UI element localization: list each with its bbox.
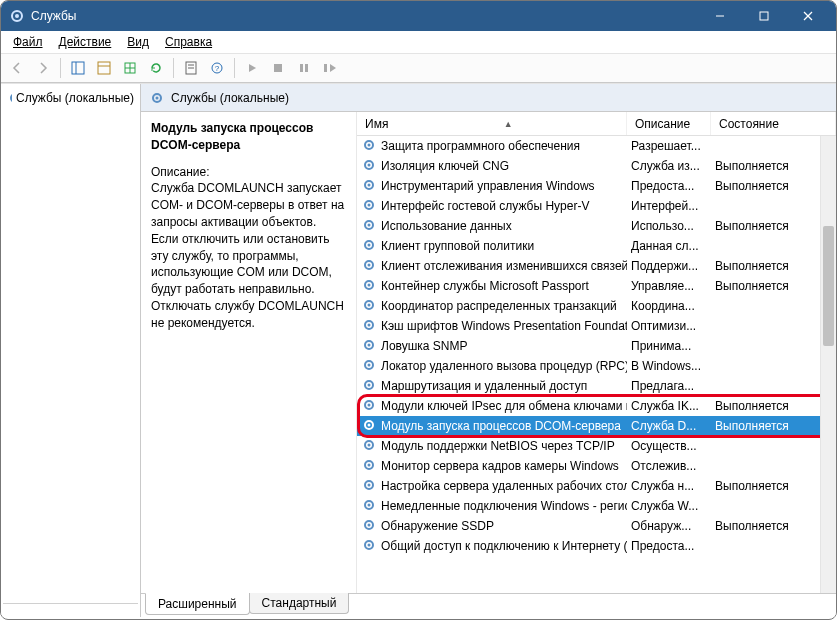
service-desc-text: Служба из... [627, 159, 711, 173]
show-hide-tree-button[interactable] [66, 56, 90, 80]
gear-icon [361, 537, 377, 556]
svg-rect-3 [760, 12, 768, 20]
service-row[interactable]: Контейнер службы Microsoft PassportУправ… [357, 276, 836, 296]
properties-button-2[interactable] [179, 56, 203, 80]
service-row[interactable]: Клиент групповой политикиДанная сл... [357, 236, 836, 256]
service-desc-text: Служба IK... [627, 399, 711, 413]
service-row[interactable]: Модуль запуска процессов DCOM-сервераСлу… [357, 416, 836, 436]
service-name-text: Обнаружение SSDP [381, 519, 494, 533]
back-button[interactable] [5, 56, 29, 80]
service-desc-text: Управляе... [627, 279, 711, 293]
column-desc-label: Описание [635, 117, 690, 131]
service-name-text: Изоляция ключей CNG [381, 159, 509, 173]
svg-point-51 [368, 403, 371, 406]
gear-icon [361, 417, 377, 436]
description-text: Служба DCOMLAUNCH запускает COM- и DCOM-… [151, 180, 346, 331]
service-state-text: Выполняется [711, 219, 836, 233]
title-bar: Службы [1, 1, 836, 31]
service-row[interactable]: Локатор удаленного вызова процедур (RPC)… [357, 356, 836, 376]
service-row[interactable]: Маршрутизация и удаленный доступПредлага… [357, 376, 836, 396]
service-name-text: Защита программного обеспечения [381, 139, 580, 153]
svg-rect-6 [72, 62, 84, 74]
gear-icon [361, 377, 377, 396]
svg-point-65 [368, 543, 371, 546]
service-name-text: Клиент групповой политики [381, 239, 534, 253]
gear-icon [361, 217, 377, 236]
service-row[interactable]: Кэш шрифтов Windows Presentation Foundat… [357, 316, 836, 336]
close-button[interactable] [786, 2, 830, 30]
service-row[interactable]: Изоляция ключей CNGСлужба из...Выполняет… [357, 156, 836, 176]
service-name-text: Интерфейс гостевой службы Hyper-V [381, 199, 589, 213]
content-header-title: Службы (локальные) [171, 91, 289, 105]
content-pane: Службы (локальные) Модуль запуска процес… [141, 84, 836, 617]
column-state[interactable]: Состояние [711, 112, 836, 135]
service-row[interactable]: Интерфейс гостевой службы Hyper-VИнтерфе… [357, 196, 836, 216]
svg-point-23 [156, 96, 159, 99]
svg-point-29 [368, 183, 371, 186]
stop-service-button[interactable] [266, 56, 290, 80]
services-list: Имя ▲ Описание Состояние Защита программ… [357, 112, 836, 593]
app-icon [9, 8, 25, 24]
gear-icon [361, 297, 377, 316]
vertical-scrollbar[interactable] [820, 136, 836, 593]
svg-point-47 [368, 363, 371, 366]
service-row[interactable]: Немедленные подключения Windows - регист… [357, 496, 836, 516]
menu-view[interactable]: Вид [119, 32, 157, 52]
service-row[interactable]: Обнаружение SSDPОбнаруж...Выполняется [357, 516, 836, 536]
pause-service-button[interactable] [292, 56, 316, 80]
help-button[interactable]: ? [205, 56, 229, 80]
service-row[interactable]: Модули ключей IPsec для обмена ключами в… [357, 396, 836, 416]
service-row[interactable]: Защита программного обеспеченияРазрешает… [357, 136, 836, 156]
service-name-text: Контейнер службы Microsoft Passport [381, 279, 589, 293]
service-row[interactable]: Ловушка SNMPПринима... [357, 336, 836, 356]
svg-point-63 [368, 523, 371, 526]
refresh-button[interactable] [144, 56, 168, 80]
service-name-text: Локатор удаленного вызова процедур (RPC) [381, 359, 627, 373]
svg-point-41 [368, 303, 371, 306]
svg-point-39 [368, 283, 371, 286]
export-list-button[interactable] [118, 56, 142, 80]
service-state-text: Выполняется [711, 419, 836, 433]
service-row[interactable]: Монитор сервера кадров камеры WindowsОтс… [357, 456, 836, 476]
gear-icon [361, 237, 377, 256]
service-row[interactable]: Клиент отслеживания изменившихся связейП… [357, 256, 836, 276]
service-desc-text: Принима... [627, 339, 711, 353]
tree-splitter[interactable] [3, 603, 138, 613]
tree-root-services[interactable]: Службы (локальные) [3, 88, 138, 108]
svg-point-20 [11, 94, 12, 102]
service-row[interactable]: Настройка сервера удаленных рабочих стол… [357, 476, 836, 496]
service-desc-text: В Windows... [627, 359, 711, 373]
menu-action[interactable]: Действие [51, 32, 120, 52]
svg-rect-19 [324, 64, 327, 72]
service-desc-text: Обнаруж... [627, 519, 711, 533]
menu-bar: Файл Действие Вид Справка [1, 31, 836, 53]
service-row[interactable]: Общий доступ к подключению к Интернету (… [357, 536, 836, 556]
service-name-text: Настройка сервера удаленных рабочих стол… [381, 479, 627, 493]
column-description[interactable]: Описание [627, 112, 711, 135]
start-service-button[interactable] [240, 56, 264, 80]
scroll-thumb[interactable] [823, 226, 834, 346]
gear-icon [361, 437, 377, 456]
restart-service-button[interactable] [318, 56, 342, 80]
gear-icon [361, 317, 377, 336]
tab-extended[interactable]: Расширенный [145, 593, 250, 615]
menu-file[interactable]: Файл [5, 32, 51, 52]
column-name[interactable]: Имя ▲ [357, 112, 627, 135]
service-row[interactable]: Инструментарий управления WindowsПредост… [357, 176, 836, 196]
column-state-label: Состояние [719, 117, 779, 131]
details-pane: Модуль запуска процессов DCOM-сервера Оп… [141, 112, 357, 593]
service-name-text: Координатор распределенных транзакций [381, 299, 617, 313]
service-name-text: Кэш шрифтов Windows Presentation Foundat… [381, 319, 627, 333]
service-row[interactable]: Модуль поддержки NetBIOS через TCP/IPОсу… [357, 436, 836, 456]
svg-point-1 [15, 14, 19, 18]
menu-help[interactable]: Справка [157, 32, 220, 52]
minimize-button[interactable] [698, 2, 742, 30]
tab-standard[interactable]: Стандартный [249, 593, 350, 614]
service-row[interactable]: Использование данныхИспользо...Выполняет… [357, 216, 836, 236]
properties-button-1[interactable] [92, 56, 116, 80]
service-rows[interactable]: Защита программного обеспеченияРазрешает… [357, 136, 836, 593]
service-row[interactable]: Координатор распределенных транзакцийКоо… [357, 296, 836, 316]
forward-button[interactable] [31, 56, 55, 80]
maximize-button[interactable] [742, 2, 786, 30]
gear-icon [361, 197, 377, 216]
